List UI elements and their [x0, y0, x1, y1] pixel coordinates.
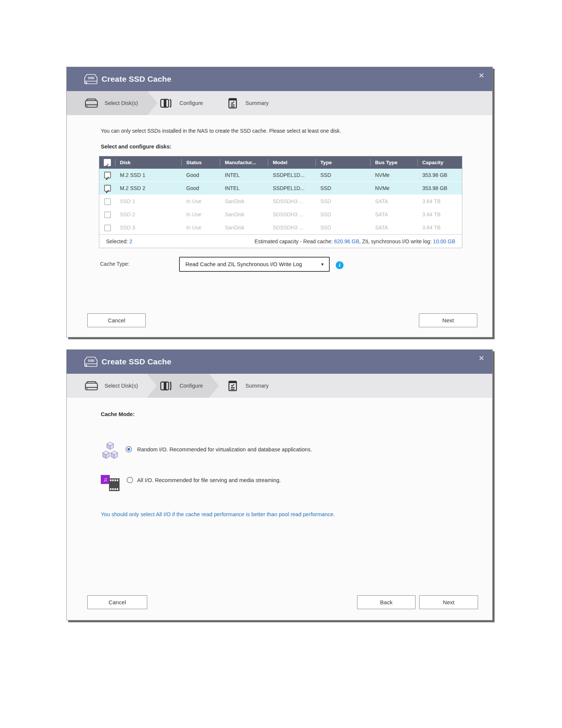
note-text: You should only select All I/O if the ca… [101, 511, 335, 517]
step-configure: Configure [179, 91, 203, 115]
table-row[interactable]: M.2 SSD 2 Good INTEL SSDPEL1D... SSD NVM… [99, 182, 462, 195]
table-row: SSD 1 In Use SanDisk SDSSDH3 ... SSD SAT… [99, 195, 462, 208]
cell-manufacturer: INTEL [220, 169, 268, 181]
cell-manufacturer: SanDisk [220, 195, 268, 208]
dialog-title: Create SSD Cache [102, 350, 171, 374]
cache-mode-label: Cache Mode: [101, 411, 135, 417]
option-random-io-label: Random I/O. Recommended for virtualizati… [137, 446, 312, 452]
cell-bus-type: NVMe [371, 182, 418, 195]
summary-clipboard-icon [228, 91, 238, 115]
disk-table: Disk Status Manufactur... Model Type Bus… [99, 156, 462, 248]
cubes-icon [102, 440, 119, 462]
cell-status: In Use [182, 195, 220, 208]
summary-clipboard-icon [228, 374, 238, 398]
disk-drive-icon [84, 91, 99, 115]
header-type: Type [316, 156, 371, 169]
film-strip-icon [109, 477, 120, 494]
cell-status: In Use [182, 208, 220, 221]
selected-count-value: 2 [129, 238, 132, 244]
ssd-drive-icon: SSD [84, 356, 98, 369]
cell-bus-type: SATA [371, 208, 418, 221]
cell-disk: SSD 1 [115, 195, 182, 208]
cell-capacity: 3.64 TB [418, 208, 462, 221]
cell-capacity: 3.64 TB [418, 195, 462, 208]
back-button[interactable]: Back [357, 595, 416, 609]
cell-bus-type: SATA [371, 195, 418, 208]
cell-manufacturer: SanDisk [220, 208, 268, 221]
cell-model: SDSSDH3 ... [268, 195, 316, 208]
radio-random-io[interactable] [126, 446, 132, 452]
next-button[interactable]: Next [419, 595, 478, 609]
wizard-steps-bar: Select Disk(s) Configure Summary [67, 374, 492, 398]
cell-model: SSDPEL1D... [268, 182, 316, 195]
option-all-io-label: All I/O. Recommended for file serving an… [137, 477, 281, 483]
partition-icon [160, 374, 172, 398]
cell-capacity: 353.98 GB [418, 182, 462, 195]
cell-model: SSDPEL1D... [268, 169, 316, 181]
dialog-titlebar: SSD Create SSD Cache ✕ [67, 350, 492, 374]
svg-text:SSD: SSD [88, 359, 94, 363]
cancel-button[interactable]: Cancel [87, 595, 147, 609]
header-bus-type: Bus Type [371, 156, 418, 169]
header-capacity: Capacity [418, 156, 462, 169]
step-select-disks: Select Disk(s) [105, 374, 138, 398]
chevron-down-icon: ▼ [320, 262, 329, 267]
cell-disk: M.2 SSD 1 [115, 169, 182, 181]
info-icon[interactable]: i [336, 261, 344, 269]
step-summary: Summary [245, 91, 269, 115]
disk-drive-icon [84, 374, 99, 398]
cell-status: In Use [182, 221, 220, 234]
row-checkbox [104, 225, 111, 231]
read-cache-value: 620.96 GB [334, 238, 359, 244]
cell-type: SSD [316, 195, 371, 208]
cache-type-value: Read Cache and ZIL Synchronous I/O Write… [180, 261, 320, 267]
cache-type-select[interactable]: Read Cache and ZIL Synchronous I/O Write… [179, 257, 330, 272]
cell-type: SSD [316, 182, 371, 195]
header-model: Model [268, 156, 316, 169]
radio-all-io[interactable] [127, 477, 133, 483]
write-log-value: 10.00 GB [433, 238, 455, 244]
cancel-button[interactable]: Cancel [87, 313, 146, 327]
row-checkbox [104, 211, 111, 218]
selected-count: Selected: 2 [106, 238, 132, 244]
instruction-text: You can only select SSDs installed in th… [101, 128, 341, 134]
cell-manufacturer: INTEL [220, 182, 268, 195]
close-icon[interactable]: ✕ [476, 353, 487, 364]
table-row: SSD 2 In Use SanDisk SDSSDH3 ... SSD SAT… [99, 208, 462, 221]
cell-type: SSD [316, 221, 371, 234]
dialog-titlebar: SSD Create SSD Cache ✕ [67, 67, 492, 91]
cell-disk: SSD 3 [115, 221, 182, 234]
cell-type: SSD [316, 169, 371, 181]
cell-bus-type: NVMe [371, 169, 418, 181]
cell-model: SDSSDH3 ... [268, 221, 316, 234]
cell-status: Good [182, 169, 220, 181]
estimated-capacity: Estimated capacity - Read cache: 620.96 … [254, 238, 455, 244]
table-row: SSD 3 In Use SanDisk SDSSDH3 ... SSD SAT… [99, 221, 462, 234]
row-checkbox[interactable] [104, 172, 111, 178]
cell-disk: SSD 2 [115, 208, 182, 221]
svg-text:SSD: SSD [88, 76, 94, 80]
header-disk: Disk [115, 156, 182, 169]
row-checkbox[interactable] [104, 185, 111, 192]
cell-capacity: 353.98 GB [418, 169, 462, 181]
table-footer: Selected: 2 Estimated capacity - Read ca… [99, 234, 462, 248]
cache-type-label: Cache Type: [100, 261, 129, 267]
cell-manufacturer: SanDisk [220, 221, 268, 234]
wizard-steps-bar: Select Disk(s) Configure Summary [67, 91, 492, 115]
cell-type: SSD [316, 208, 371, 221]
header-manufacturer: Manufactur... [220, 156, 268, 169]
cell-disk: M.2 SSD 2 [115, 182, 182, 195]
table-label: Select and configure disks: [101, 144, 172, 150]
step-summary: Summary [245, 374, 269, 398]
dialog-title: Create SSD Cache [102, 67, 171, 91]
create-ssd-cache-dialog-configure: SSD Create SSD Cache ✕ Select Disk(s) Co… [66, 349, 493, 620]
cell-status: Good [182, 182, 220, 195]
close-icon[interactable]: ✕ [476, 70, 487, 81]
table-row[interactable]: M.2 SSD 1 Good INTEL SSDPEL1D... SSD NVM… [99, 169, 462, 182]
select-all-checkbox[interactable] [104, 159, 111, 166]
next-button[interactable]: Next [419, 313, 477, 327]
create-ssd-cache-dialog-select-disks: SSD Create SSD Cache ✕ Select Disk(s) Co… [66, 67, 493, 337]
cell-model: SDSSDH3 ... [268, 208, 316, 221]
partition-icon [160, 91, 172, 115]
cell-capacity: 3.64 TB [418, 221, 462, 234]
